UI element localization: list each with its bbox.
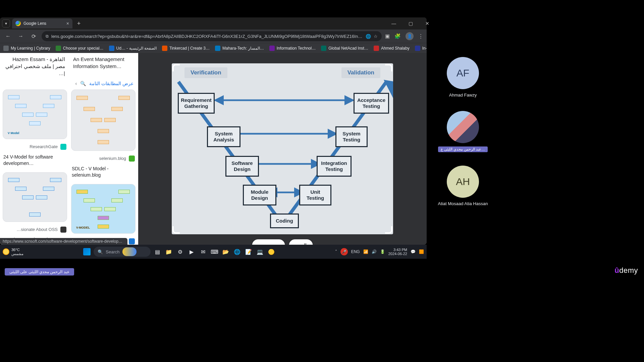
bookmark-item[interactable]: Ud… - الصفحة الرئيسية bbox=[109, 46, 157, 51]
vmodel-diagram: Verification Validation Re bbox=[172, 63, 393, 234]
forward-button[interactable]: → bbox=[16, 32, 25, 41]
result-thumbnail[interactable] bbox=[3, 172, 67, 222]
sun-icon bbox=[3, 248, 9, 255]
avatar-initials: AH bbox=[447, 166, 479, 198]
bookmark-item[interactable]: Tinkercad | Create 3… bbox=[162, 46, 210, 51]
taskbar-app[interactable]: 💻 bbox=[255, 247, 265, 256]
result-thumbnail[interactable] bbox=[71, 89, 136, 151]
avatar-photo bbox=[447, 111, 479, 143]
weather-temp: 36°C bbox=[11, 248, 23, 252]
taskbar-app[interactable]: 📂 bbox=[221, 247, 230, 256]
language-indicator[interactable]: ENG bbox=[351, 249, 360, 254]
result-heading-left[interactable]: القاهرة - Hazem Essam مصر | ملف شخصي احت… bbox=[0, 53, 69, 79]
new-tab-button[interactable]: + bbox=[74, 19, 83, 28]
lens-favicon bbox=[15, 21, 21, 26]
bookmark-star-icon[interactable]: ☆ bbox=[374, 34, 378, 39]
result-thumbnail[interactable]: V-MODEL bbox=[71, 184, 136, 234]
taskbar-app[interactable]: ⚙ bbox=[175, 247, 185, 256]
profile-avatar[interactable]: 👤 bbox=[406, 32, 414, 40]
tab-title: Google Lens bbox=[23, 21, 46, 26]
result-title[interactable]: SDLC - V Model - selenium.blog bbox=[71, 165, 136, 181]
address-bar[interactable]: ⧉ lens.google.com/search?ep=gsbubu&hl=ar… bbox=[42, 31, 382, 41]
bookmark-item[interactable]: My Learning | Cybrary bbox=[3, 46, 50, 51]
box-software-design: Software Design bbox=[225, 156, 259, 177]
mic-mute-icon[interactable]: 🎤 bbox=[340, 248, 348, 255]
menu-icon[interactable]: ⋮ bbox=[418, 33, 423, 39]
clock-time[interactable]: 3:43 PM bbox=[393, 248, 407, 252]
participant-name: Ahmad Fawzy bbox=[449, 93, 477, 98]
box-system-analysis: System Analysis bbox=[207, 126, 240, 147]
notifications-icon[interactable]: 💬 bbox=[411, 249, 416, 254]
url-text: lens.google.com/search?ep=gsbubu&hl=ar&r… bbox=[51, 34, 363, 39]
search-highlight-icon bbox=[122, 247, 137, 256]
extensions-icon[interactable]: 🧩 bbox=[394, 33, 401, 39]
windows-taskbar: 36°C مشمس 🔍 Search ▤ 📁 ⚙ ▶ ✉ ⌨ 📂 🌐 📝 💻 🟡… bbox=[0, 245, 427, 259]
task-view-button[interactable]: ▤ bbox=[153, 247, 162, 256]
clock-date[interactable]: 2024-06-22 bbox=[388, 252, 407, 256]
reload-button[interactable]: ⟳ bbox=[29, 32, 38, 41]
weather-cond: مشمس bbox=[11, 252, 23, 256]
udemy-watermark: demy bbox=[614, 266, 638, 275]
bookmark-item[interactable]: In-Depth: Control D… bbox=[415, 46, 427, 51]
taskbar-app[interactable]: ▶ bbox=[187, 247, 196, 256]
search-icon: 🔍 bbox=[98, 249, 103, 254]
exact-matches-link[interactable]: ‹ 🔍 عرض المطابقات التامة bbox=[0, 79, 138, 89]
participant-name-badge: عبد الرحمن مجدي الليثى ع… bbox=[438, 146, 488, 152]
result-source: ResearchGate bbox=[3, 142, 67, 150]
tray-extra-icon[interactable]: 🟧 bbox=[419, 249, 424, 254]
start-button[interactable] bbox=[82, 247, 92, 256]
taskbar-app-chrome[interactable]: 🟡 bbox=[267, 247, 276, 256]
active-speaker-badge: عبد الرحمن مجدي الليثى على الليثى bbox=[5, 268, 74, 276]
taskbar-app[interactable]: ⌨ bbox=[210, 247, 219, 256]
lens-search-button[interactable]: البحث bbox=[289, 239, 313, 245]
wifi-icon[interactable]: 📶 bbox=[363, 249, 368, 254]
bookmark-item[interactable]: Ahmed Shalaby bbox=[374, 46, 410, 51]
minimize-button[interactable]: — bbox=[389, 21, 398, 26]
taskbar-app-edge[interactable]: 🌐 bbox=[232, 247, 242, 256]
back-button[interactable]: ← bbox=[3, 32, 13, 41]
box-acceptance-testing: Acceptance Testing bbox=[354, 93, 389, 114]
translate-icon[interactable]: 🌐 bbox=[366, 34, 371, 39]
box-module-design: Module Design bbox=[243, 185, 276, 205]
taskbar-app[interactable]: 📝 bbox=[244, 247, 253, 256]
participant[interactable]: AF Ahmad Fawzy bbox=[447, 57, 479, 98]
participant[interactable]: AH Atiat Mosaad Atia Hassan bbox=[438, 166, 488, 206]
avatar-initials: AF bbox=[447, 57, 479, 89]
browser-window: ▾ Google Lens × + ← → ⟳ ⧉ lens.google.co… bbox=[0, 17, 427, 245]
lens-action-bar: نص ترجمة البحث bbox=[252, 239, 313, 245]
bookmark-bar: My Learning | Cybrary Choose your specia… bbox=[0, 43, 427, 53]
visual-matches-panel: القاهرة - Hazem Essam مصر | ملف شخصي احت… bbox=[0, 53, 138, 245]
taskbar-app[interactable]: 📁 bbox=[164, 247, 173, 256]
lens-toolbar-icon[interactable]: ▣ bbox=[385, 33, 390, 39]
bookmark-item[interactable]: Information Technol… bbox=[269, 46, 316, 51]
participant[interactable]: عبد الرحمن مجدي الليثى ع… bbox=[438, 111, 488, 152]
participants-panel: AF Ahmad Fawzy عبد الرحمن مجدي الليثى ع…… bbox=[433, 57, 493, 206]
close-window-button[interactable]: ✕ bbox=[423, 21, 432, 26]
volume-icon[interactable]: 🔊 bbox=[372, 249, 377, 254]
taskbar-search[interactable]: 🔍 Search bbox=[94, 247, 151, 257]
battery-icon[interactable]: 🔋 bbox=[380, 249, 385, 254]
bookmark-item[interactable]: Choose your special… bbox=[56, 46, 104, 51]
result-heading-right[interactable]: An Event Management Information System… bbox=[69, 53, 138, 79]
tab-active[interactable]: Google Lens × bbox=[12, 18, 72, 28]
status-bar-url: https://www.scnsoft.com/software-develop… bbox=[0, 238, 127, 245]
participant-name: Atiat Mosaad Atia Hassan bbox=[438, 201, 488, 206]
weather-widget[interactable]: 36°C مشمس bbox=[3, 248, 23, 256]
taskbar-app[interactable]: ✉ bbox=[198, 247, 208, 256]
bookmark-item[interactable]: Global NetAcad Inst… bbox=[321, 46, 368, 51]
box-requirement: Requirement Gathering bbox=[178, 93, 215, 114]
result-source: …sionate About OSS bbox=[3, 225, 67, 233]
tab-search-button[interactable]: ▾ bbox=[2, 19, 10, 27]
tab-close-icon[interactable]: × bbox=[66, 21, 69, 26]
lens-text-translate-button[interactable]: نص ترجمة bbox=[252, 239, 285, 245]
result-title[interactable]: 24 V-Model for software developmen… bbox=[3, 153, 67, 169]
site-info-icon[interactable]: ⧉ bbox=[46, 34, 49, 39]
system-tray: ˄ 🎤 ENG 📶 🔊 🔋 3:43 PM 2024-06-22 💬 🟧 bbox=[335, 248, 424, 256]
result-thumbnail[interactable]: V Model bbox=[3, 89, 67, 139]
box-coding: Coding bbox=[270, 214, 299, 228]
bookmark-item[interactable]: Mahara-Tech: المسار… bbox=[215, 46, 264, 51]
tray-overflow-icon[interactable]: ˄ bbox=[335, 249, 337, 254]
page-content: القاهرة - Hazem Essam مصر | ملف شخصي احت… bbox=[0, 53, 427, 245]
browser-toolbar: ← → ⟳ ⧉ lens.google.com/search?ep=gsbubu… bbox=[0, 29, 427, 43]
maximize-button[interactable]: ▢ bbox=[406, 21, 415, 26]
